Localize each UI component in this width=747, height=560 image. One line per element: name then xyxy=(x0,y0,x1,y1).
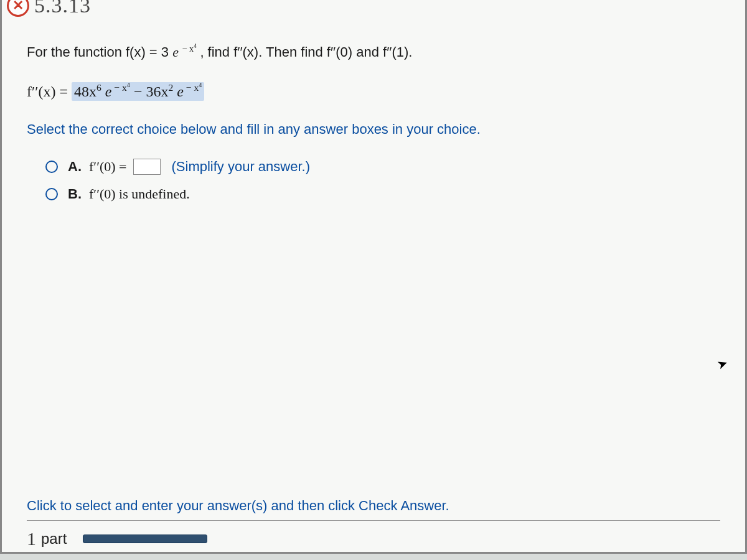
choice-a-radio[interactable] xyxy=(45,161,58,173)
choice-b-text: f′′(0) is undefined. xyxy=(89,186,190,202)
progress-bar xyxy=(83,534,207,543)
choice-a-row[interactable]: A. f′′(0) = (Simplify your answer.) xyxy=(45,159,720,175)
question-tail: , find f′′(x). Then find f′′(0) and f′′(… xyxy=(200,44,412,60)
choice-a-text: f′′(0) = xyxy=(89,159,127,175)
derivative-line: f′′(x) = 48x6 e − x4 − 36x2 e − x4 xyxy=(27,80,720,103)
choice-a-hint: (Simplify your answer.) xyxy=(172,159,311,175)
deriv-answer-highlight: 48x6 e − x4 − 36x2 e − x4 xyxy=(72,82,204,101)
section-number: 5.3.13 xyxy=(34,0,91,17)
close-button[interactable]: ✕ xyxy=(7,0,29,17)
deriv-lhs: f′′(x) = xyxy=(27,83,72,100)
choice-group: A. f′′(0) = (Simplify your answer.) B. f… xyxy=(27,159,720,202)
question-text: For the function f(x) = 3 e − x4 , find … xyxy=(27,41,720,63)
footer-instruction: Click to select and enter your answer(s)… xyxy=(27,498,720,521)
close-icon: ✕ xyxy=(12,0,24,12)
choice-b-letter: B. xyxy=(68,186,82,202)
choice-b-radio[interactable] xyxy=(45,188,58,200)
choice-instruction: Select the correct choice below and fill… xyxy=(27,121,720,138)
parts-remaining: 1 part xyxy=(27,528,207,549)
choice-a-answer-input[interactable] xyxy=(133,159,161,175)
choice-b-row[interactable]: B. f′′(0) is undefined. xyxy=(45,186,720,202)
parts-label: part xyxy=(41,530,67,548)
parts-number: 1 xyxy=(27,528,36,549)
question-exp: e − x4 xyxy=(172,44,200,60)
choice-a-letter: A. xyxy=(68,159,82,175)
question-lead: For the function f(x) = 3 xyxy=(27,44,169,60)
cursor-icon: ➤ xyxy=(715,355,730,373)
